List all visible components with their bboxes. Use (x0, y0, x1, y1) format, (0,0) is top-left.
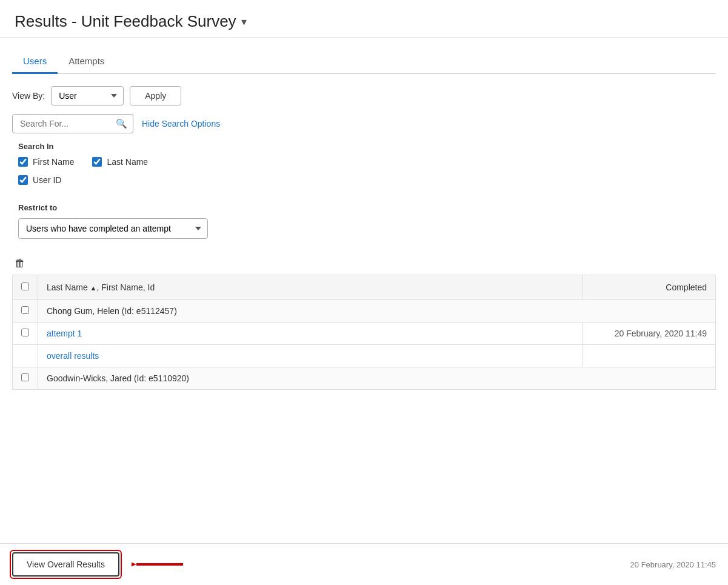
hide-search-link[interactable]: Hide Search Options (142, 119, 220, 129)
trash-icon-row: 🗑 (12, 257, 716, 270)
restrict-to-label: Restrict to (18, 203, 716, 212)
search-in-checkboxes: First Name Last Name User ID (18, 157, 716, 190)
td-user-name-chong: Chong Gum, Helen (Id: e5112457) (38, 300, 716, 323)
checkbox-first-name[interactable]: First Name (18, 157, 74, 167)
checkbox-first-name-input[interactable] (18, 157, 28, 167)
view-by-label: View By: (12, 91, 45, 101)
trash-icon[interactable]: 🗑 (15, 257, 25, 269)
search-row: 🔍 Hide Search Options (12, 114, 716, 133)
page-title: Results - Unit Feedback Survey (15, 12, 236, 31)
th-select-all (13, 275, 38, 300)
tab-users[interactable]: Users (12, 50, 58, 74)
overall-results-link[interactable]: overall results (47, 351, 99, 361)
checkbox-user-id-input[interactable] (18, 175, 28, 185)
apply-button[interactable]: Apply (130, 86, 181, 105)
tabs-container: Users Attempts (12, 50, 716, 74)
td-overall-completed (583, 345, 716, 367)
checkbox-last-name[interactable]: Last Name (92, 157, 148, 167)
table-row: Goodwin-Wicks, Jared (Id: e5110920) (13, 367, 716, 390)
view-by-select[interactable]: User Group (51, 86, 124, 105)
table-row: attempt 1 20 February, 2020 11:49 (13, 323, 716, 345)
restrict-to-select[interactable]: Users who have completed an attempt All … (18, 218, 208, 239)
title-chevron-icon[interactable]: ▾ (241, 15, 247, 28)
search-input-wrap: 🔍 (12, 114, 133, 133)
td-attempt-checkbox (13, 323, 38, 345)
td-user-checkbox (13, 300, 38, 323)
user-checkbox-chong[interactable] (21, 306, 29, 314)
results-table: Last Name ▲, First Name, Id Completed Ch… (12, 275, 716, 390)
th-name-sort: Last Name ▲, First Name, Id (47, 282, 155, 292)
attempt-checkbox-1[interactable] (21, 329, 29, 336)
td-overall-checkbox (13, 345, 38, 367)
th-completed: Completed (583, 275, 716, 300)
td-attempt-1-completed: 20 February, 2020 11:49 (583, 323, 716, 345)
view-by-row: View By: User Group Apply (12, 86, 716, 105)
tab-attempts[interactable]: Attempts (58, 50, 115, 74)
td-attempt-1-link: attempt 1 (38, 323, 583, 345)
search-in-label: Search In (18, 142, 716, 151)
th-name[interactable]: Last Name ▲, First Name, Id (38, 275, 583, 300)
user-checkbox-goodwin[interactable] (21, 373, 29, 381)
checkbox-user-id[interactable]: User ID (18, 175, 716, 185)
page-header: Results - Unit Feedback Survey ▾ (0, 0, 728, 38)
search-input[interactable] (12, 114, 133, 133)
search-options: Search In First Name Last Name User ID (12, 142, 716, 190)
table-section: 🗑 Last Name ▲, First Name, Id Completed (12, 257, 716, 390)
restrict-to-section: Restrict to Users who have completed an … (12, 203, 716, 239)
td-overall-results-link: overall results (38, 345, 583, 367)
checkbox-last-name-input[interactable] (92, 157, 102, 167)
main-content: Users Attempts View By: User Group Apply… (0, 50, 728, 438)
select-all-checkbox[interactable] (21, 282, 29, 290)
table-header-row: Last Name ▲, First Name, Id Completed (13, 275, 716, 300)
td-user-name-goodwin: Goodwin-Wicks, Jared (Id: e5110920) (38, 367, 716, 390)
table-row: Chong Gum, Helen (Id: e5112457) (13, 300, 716, 323)
td-user-checkbox-2 (13, 367, 38, 390)
attempt-1-link[interactable]: attempt 1 (47, 329, 82, 338)
table-row: overall results (13, 345, 716, 367)
